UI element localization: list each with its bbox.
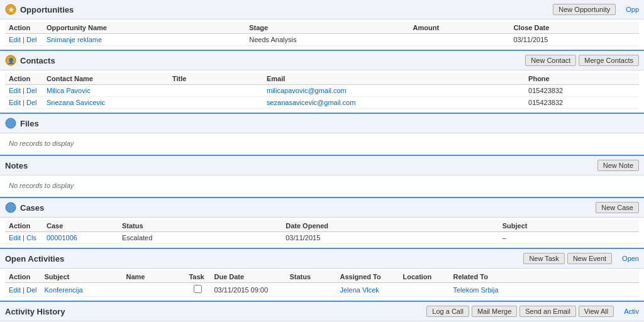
opportunities-actions: New Opportunity [553, 4, 616, 15]
subject-cell: Konferencija [40, 283, 122, 297]
contacts-table-header-row: Action Contact Name Title Email Phone [5, 73, 639, 85]
del-link[interactable]: Del [26, 36, 37, 43]
contact-name-link[interactable]: Snezana Savicevic [47, 99, 105, 106]
col-location: Location [399, 271, 449, 283]
col-status: Status [286, 271, 336, 283]
contacts-content: Action Contact Name Title Email Phone Ed… [0, 70, 644, 113]
contacts-header: 👤 Contacts New Contact Merge Contacts [0, 51, 644, 70]
opportunities-title: ★ Opportunities [5, 4, 548, 15]
edit-link[interactable]: Edit [9, 36, 21, 43]
new-opportunity-button[interactable]: New Opportunity [553, 4, 616, 15]
opportunities-header: ★ Opportunities New Opportunity Opp [0, 0, 644, 19]
activity-history-link[interactable]: Activ [624, 308, 639, 315]
activity-history-section: Activity History Log a Call Mail Merge S… [0, 302, 644, 322]
subject-link[interactable]: Konferencija [44, 286, 82, 294]
assigned-to-link[interactable]: Jelena Vlcek [340, 286, 379, 294]
new-task-button[interactable]: New Task [523, 253, 564, 264]
col-due-date: Due Date [210, 271, 286, 283]
title-cell [169, 85, 263, 97]
table-row: Edit | Cls 00001006 Escalated 03/11/2015… [5, 232, 639, 244]
col-subject: Subject [40, 271, 122, 283]
log-call-button[interactable]: Log a Call [426, 306, 469, 317]
notes-actions: New Note [597, 160, 639, 171]
open-activities-header-row: Action Subject Name Task Due Date Status… [5, 271, 639, 283]
edit-link[interactable]: Edit [9, 286, 21, 294]
phone-cell: 015423832 [525, 85, 639, 97]
col-opp-name: Opportunity Name [43, 22, 245, 34]
col-stage: Stage [245, 22, 409, 34]
edit-link[interactable]: Edit [9, 87, 21, 94]
edit-link[interactable]: Edit [9, 99, 21, 106]
table-row: Edit | Del Milica Pavovic milicapavovic@… [5, 85, 639, 97]
action-cell: Edit | Del [5, 85, 43, 97]
files-section: Files No records to display [0, 114, 644, 156]
files-icon [5, 118, 16, 129]
mail-merge-button[interactable]: Mail Merge [472, 306, 517, 317]
col-amount: Amount [409, 22, 510, 34]
activity-history-actions: Log a Call Mail Merge Send an Email View… [426, 306, 614, 317]
new-event-button[interactable]: New Event [567, 253, 612, 264]
action-cell: Edit | Cls [5, 232, 43, 244]
col-status: Status [118, 220, 282, 232]
opportunities-icon: ★ [5, 4, 16, 15]
page-wrapper: ★ Opportunities New Opportunity Opp Acti… [0, 0, 644, 322]
contacts-title: 👤 Contacts [5, 55, 520, 66]
contact-name-cell: Milica Pavovic [43, 85, 169, 97]
email-link[interactable]: milicapavovic@gmail.com [267, 87, 347, 94]
del-link[interactable]: Del [26, 286, 37, 294]
cases-table-header-row: Action Case Status Date Opened Subject [5, 220, 639, 232]
open-activities-content: Action Subject Name Task Due Date Status… [0, 269, 644, 301]
task-checkbox[interactable] [194, 285, 202, 293]
svg-text:★: ★ [8, 6, 14, 13]
table-row: Edit | Del Konferencija 03/11/2015 09:00… [5, 283, 639, 297]
cases-icon [5, 202, 16, 213]
location-cell [399, 283, 449, 297]
col-name: Name [122, 271, 185, 283]
col-phone: Phone [525, 73, 639, 85]
cases-content: Action Case Status Date Opened Subject E… [0, 218, 644, 248]
svg-text:👤: 👤 [8, 57, 15, 65]
contact-name-link[interactable]: Milica Pavovic [47, 87, 91, 94]
case-num-link[interactable]: 00001006 [47, 234, 77, 242]
cases-actions: New Case [596, 202, 639, 213]
open-activities-table: Action Subject Name Task Due Date Status… [5, 271, 639, 297]
merge-contacts-button[interactable]: Merge Contacts [579, 55, 639, 66]
opp-name-link[interactable]: Snimanje reklame [47, 36, 102, 43]
contacts-icon: 👤 [5, 55, 16, 66]
del-link[interactable]: Del [26, 87, 37, 94]
opportunities-corner-link[interactable]: Opp [626, 6, 639, 13]
email-link[interactable]: sezanasavicevic@gmail.com [267, 99, 355, 106]
table-row: Edit | Del Snezana Savicevic sezanasavic… [5, 97, 639, 109]
col-close-date: Close Date [509, 22, 639, 34]
open-activities-link[interactable]: Open [622, 255, 639, 262]
task-cell [185, 283, 210, 297]
files-title: Files [5, 118, 639, 129]
email-cell: sezanasavicevic@gmail.com [263, 97, 525, 109]
edit-link[interactable]: Edit [9, 234, 21, 242]
col-action: Action [5, 271, 40, 283]
cls-link[interactable]: Cls [26, 234, 36, 242]
col-task: Task [185, 271, 210, 283]
date-opened-cell: 03/11/2015 [282, 232, 499, 244]
related-to-link[interactable]: Telekom Srbija [453, 286, 498, 294]
cases-table: Action Case Status Date Opened Subject E… [5, 220, 639, 244]
opportunities-section: ★ Opportunities New Opportunity Opp Acti… [0, 0, 644, 51]
case-num-cell: 00001006 [43, 232, 118, 244]
new-contact-button[interactable]: New Contact [525, 55, 576, 66]
new-note-button[interactable]: New Note [597, 160, 639, 171]
contacts-table: Action Contact Name Title Email Phone Ed… [5, 73, 639, 109]
svg-point-5 [6, 203, 16, 213]
amount-cell [409, 34, 510, 46]
activity-history-title: Activity History [5, 307, 421, 316]
new-case-button[interactable]: New Case [596, 202, 639, 213]
send-email-button[interactable]: Send an Email [519, 306, 576, 317]
notes-title: Notes [5, 161, 592, 170]
status-cell [286, 283, 336, 297]
close-date-cell: 03/11/2015 [509, 34, 639, 46]
view-all-button[interactable]: View All [579, 306, 614, 317]
open-activities-header: Open Activities New Task New Event Open [0, 249, 644, 269]
open-activities-section: Open Activities New Task New Event Open … [0, 249, 644, 302]
cases-section: Cases New Case Action Case Status Date O… [0, 198, 644, 249]
del-link[interactable]: Del [26, 99, 37, 106]
subject-cell: – [499, 232, 639, 244]
